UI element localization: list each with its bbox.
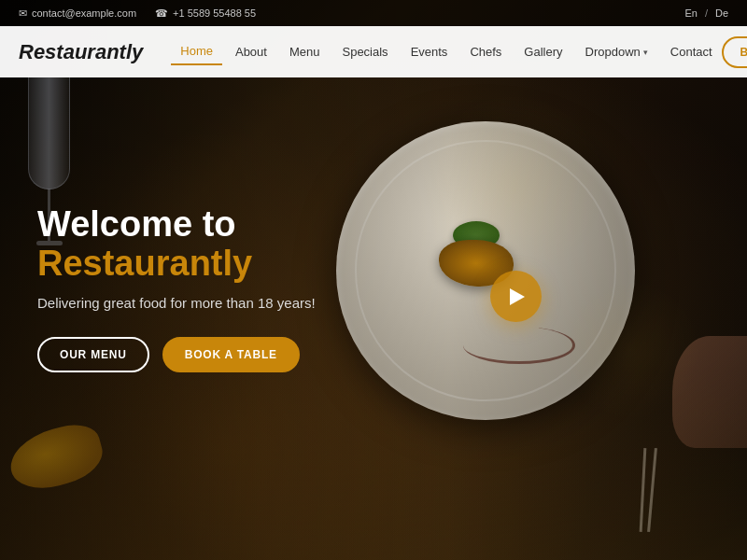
nav-links: Home About Menu Specials Events Chefs Ga…: [171, 38, 721, 65]
site-logo[interactable]: Restaurantly: [19, 40, 143, 64]
hand-decoration: [672, 336, 747, 448]
nav-home[interactable]: Home: [171, 38, 222, 65]
play-icon: [510, 288, 525, 305]
hero-title: Welcome to Restaurantly: [37, 205, 458, 284]
topbar-left: contact@example.com +1 5589 55488 55: [19, 7, 256, 20]
phone-icon: [155, 7, 168, 20]
navbar: Restaurantly Home About Menu Specials Ev…: [0, 26, 747, 77]
email-info: contact@example.com: [19, 7, 136, 20]
top-bar: contact@example.com +1 5589 55488 55 En …: [0, 0, 747, 26]
hero-content: Welcome to Restaurantly Delivering great…: [37, 205, 458, 372]
lang-de[interactable]: De: [715, 7, 728, 19]
nav-gallery[interactable]: Gallery: [514, 39, 571, 64]
lang-en[interactable]: En: [684, 7, 697, 19]
hero-title-brand: Restaurantly: [37, 244, 252, 283]
book-table-hero-button[interactable]: BOOK A TABLE: [162, 337, 300, 372]
nav-dropdown[interactable]: Dropdown ▾: [576, 39, 657, 64]
phone-text: +1 5589 55488 55: [173, 7, 256, 19]
nav-menu[interactable]: Menu: [280, 39, 330, 64]
nav-chefs[interactable]: Chefs: [460, 39, 511, 64]
chevron-down-icon: ▾: [643, 48, 648, 57]
email-text: contact@example.com: [32, 7, 136, 19]
play-video-button[interactable]: [490, 271, 542, 322]
nav-specials[interactable]: Specials: [332, 39, 397, 64]
email-icon: [19, 7, 27, 20]
our-menu-button[interactable]: OUR MENU: [37, 337, 149, 372]
nav-about[interactable]: About: [226, 39, 276, 64]
hero-section: contact@example.com +1 5589 55488 55 En …: [0, 0, 747, 560]
hero-subtitle: Delivering great food for more than 18 y…: [37, 295, 458, 311]
hero-buttons: OUR MENU BOOK A TABLE: [37, 337, 458, 372]
nav-contact[interactable]: Contact: [661, 39, 722, 64]
phone-info: +1 5589 55488 55: [155, 7, 256, 20]
hero-title-prefix: Welcome to: [37, 204, 236, 244]
lang-divider: /: [705, 7, 708, 19]
topbar-right: En / De: [684, 7, 728, 19]
book-table-nav-button[interactable]: BOOK A TABLE: [722, 36, 747, 68]
nav-events[interactable]: Events: [402, 39, 458, 64]
